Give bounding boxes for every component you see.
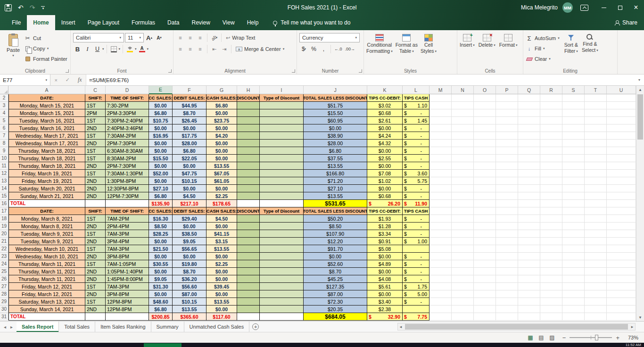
font-dialog-launcher[interactable] [168,69,172,73]
cell-N15[interactable] [452,192,474,200]
sheet-tab-total-sales[interactable]: Total Sales [59,322,95,332]
cell-N21[interactable] [452,238,474,245]
cell-G15[interactable]: $2.25 [206,192,237,200]
cell-K17[interactable]: TIPS CC-DEBIT: [367,207,403,215]
cell-E2[interactable]: CC SALES: [149,94,173,102]
cell-D20[interactable]: 7AM-3PM [106,230,149,238]
cell-T12[interactable] [585,170,607,177]
cell-K6[interactable]: $0.00 [367,124,403,132]
cell-L18[interactable]: $- [403,215,429,223]
cell-M30[interactable] [429,306,452,313]
cell-F16[interactable]: $217.10 [173,200,206,207]
avatar[interactable]: MM [562,2,573,13]
clipboard-dialog-launcher[interactable] [66,69,69,73]
column-header-F[interactable]: F [173,86,206,94]
cell-F30[interactable]: $13.55 [173,306,206,313]
row-header-10[interactable]: 10 [0,155,8,162]
row-header-12[interactable]: 12 [0,170,8,177]
cell-P2[interactable] [496,94,518,102]
cell-Q18[interactable] [518,215,540,223]
cell-R26[interactable] [540,275,562,283]
cell-R10[interactable] [540,155,562,162]
cell-A19[interactable]: Monday, March 8, 2021 [8,223,85,230]
cell-Q31[interactable] [518,313,540,321]
cell-U5[interactable] [607,117,636,124]
cell-O3[interactable] [474,102,496,109]
cell-S31[interactable] [562,313,585,321]
cell-F9[interactable]: $6.80 [173,147,206,155]
cell-C26[interactable]: 2ND [85,275,106,283]
cell-S10[interactable] [562,155,585,162]
cell-F15[interactable]: $4.50 [173,192,206,200]
row-header-21[interactable]: 21 [0,238,8,245]
cell-C17[interactable]: SHIFT: [85,207,106,215]
cell-O20[interactable] [474,230,496,238]
cell-I15[interactable] [260,192,304,200]
cell-Q20[interactable] [518,230,540,238]
cell-M23[interactable] [429,253,452,260]
cell-E22[interactable]: $21.50 [149,245,173,253]
cell-L23[interactable]: $- [403,253,429,260]
cell-F17[interactable]: DEBIT SALES: [173,207,206,215]
close-button[interactable]: × [628,0,644,15]
cell-G2[interactable]: CASH SALES: [206,94,237,102]
cell-G6[interactable]: $0.00 [206,124,237,132]
redo-icon[interactable]: ↷ [30,4,35,11]
cell-J30[interactable]: $20.35 [304,306,367,313]
cell-E23[interactable]: $0.00 [149,253,173,260]
row-header-7[interactable]: 7 [0,132,8,140]
cell-U19[interactable] [607,223,636,230]
cell-H28[interactable] [237,290,260,298]
cell-I11[interactable] [260,162,304,170]
cell-R17[interactable] [540,207,562,215]
cell-E31[interactable]: $200.85 [149,313,173,321]
cell-N5[interactable] [452,117,474,124]
cell-D19[interactable]: 2PM-4PM [106,223,149,230]
cell-P31[interactable] [496,313,518,321]
column-header-Q[interactable]: Q [518,86,540,94]
decrease-font-button[interactable]: A▾ [155,33,164,43]
cell-C6[interactable]: 2ND [85,124,106,132]
zoom-level[interactable]: 73% [625,335,638,340]
cell-N16[interactable] [452,200,474,207]
cell-D21[interactable]: 3PM-4PM [106,238,149,245]
cell-F20[interactable]: $38.50 [173,230,206,238]
cell-T8[interactable] [585,140,607,147]
cell-F26[interactable]: $36.20 [173,275,206,283]
name-box[interactable]: E77 ▾ [0,74,50,85]
cell-I20[interactable] [260,230,304,238]
cell-D31[interactable] [106,313,149,321]
font-name-select[interactable]: Calibri ▾ [73,33,124,42]
cell-F22[interactable]: $56.65 [173,245,206,253]
cell-O21[interactable] [474,238,496,245]
cell-styles-button[interactable]: Cell Styles▾ [421,32,437,67]
cell-E21[interactable]: $0.00 [149,238,173,245]
vertical-scrollbar[interactable]: ▲ ▼ [636,86,644,321]
cell-J20[interactable]: $107.90 [304,230,367,238]
cell-O9[interactable] [474,147,496,155]
row-header-8[interactable]: 8 [0,140,8,147]
cell-O30[interactable] [474,306,496,313]
cell-R9[interactable] [540,147,562,155]
cell-G9[interactable]: $0.00 [206,147,237,155]
cell-M8[interactable] [429,140,452,147]
cell-I6[interactable] [260,124,304,132]
cell-F4[interactable]: $8.70 [173,109,206,117]
cell-R20[interactable] [540,230,562,238]
cell-U25[interactable] [607,268,636,275]
cell-F14[interactable]: $0.00 [173,185,206,192]
cell-P17[interactable] [496,207,518,215]
cell-M11[interactable] [429,162,452,170]
cell-Q10[interactable] [518,155,540,162]
cell-A26[interactable]: Thursday, March 11, 2021 [8,275,85,283]
cell-G31[interactable]: $117.60 [206,313,237,321]
zoom-slider-thumb[interactable] [595,335,598,340]
cell-A23[interactable]: Wednesday, March 10, 2021 [8,253,85,260]
cell-T27[interactable] [585,283,607,290]
cell-J22[interactable]: $91.70 [304,245,367,253]
cell-G17[interactable]: CASH SALES: [206,207,237,215]
tab-home[interactable]: Home [27,15,55,30]
column-header-S[interactable]: S [562,86,585,94]
tell-me-box[interactable]: Tell me what you want to do [273,15,350,30]
cell-C12[interactable]: 1ST [85,170,106,177]
